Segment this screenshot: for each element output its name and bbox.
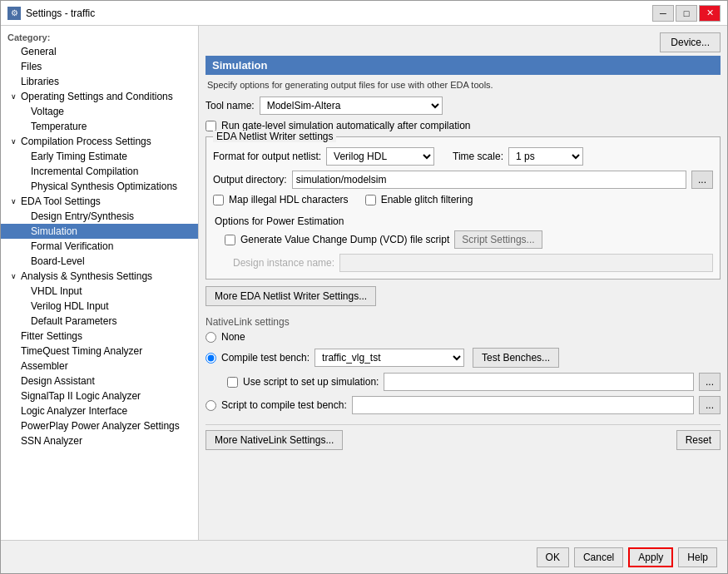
run-gate-level-label: Run gate-level simulation automatically … bbox=[221, 120, 470, 131]
map-illegal-label: Map illegal HDL characters bbox=[229, 194, 349, 205]
tree-label-powerplay: PowerPlay Power Analyzer Settings bbox=[21, 420, 180, 432]
expand-icon-eda-tool: ∨ bbox=[11, 197, 19, 205]
nativelink-section: NativeLink settings None Compile test be… bbox=[206, 316, 721, 419]
script-settings-button[interactable]: Script Settings... bbox=[454, 230, 542, 249]
use-script-row: Use script to set up simulation: ... bbox=[227, 373, 721, 391]
test-benches-button[interactable]: Test Benches... bbox=[473, 348, 559, 368]
tree-item-design-assistant[interactable]: Design Assistant bbox=[1, 374, 198, 388]
tree-label-board-level: Board-Level bbox=[31, 255, 85, 267]
tree-item-signaltap[interactable]: SignalTap II Logic Analyzer bbox=[1, 388, 198, 403]
section-header: Simulation bbox=[206, 56, 721, 75]
use-script-input[interactable] bbox=[384, 373, 694, 391]
script-compile-input[interactable] bbox=[352, 396, 694, 414]
tree-label-eda-tool: EDA Tool Settings bbox=[21, 195, 101, 207]
tree-label-operating: Operating Settings and Conditions bbox=[21, 91, 173, 102]
expand-icon-analysis-synth: ∨ bbox=[11, 272, 19, 280]
more-eda-row: More EDA Netlist Writer Settings... bbox=[206, 286, 721, 306]
tree-item-compilation[interactable]: ∨ Compilation Process Settings bbox=[1, 134, 198, 149]
script-compile-radio[interactable] bbox=[206, 400, 216, 411]
tree-item-analysis-synth[interactable]: ∨ Analysis & Synthesis Settings bbox=[1, 269, 198, 284]
device-button[interactable]: Device... bbox=[660, 32, 721, 52]
tree-item-board-level[interactable]: Board-Level bbox=[1, 254, 198, 269]
none-radio-row: None bbox=[206, 331, 721, 343]
map-illegal-checkbox[interactable] bbox=[213, 195, 224, 205]
more-nativelink-button[interactable]: More NativeLink Settings... bbox=[206, 430, 343, 450]
reset-button[interactable]: Reset bbox=[676, 430, 721, 450]
tree-label-physical-synth: Physical Synthesis Optimizations bbox=[31, 181, 177, 192]
script-compile-browse-button[interactable]: ... bbox=[699, 396, 721, 414]
more-eda-button[interactable]: More EDA Netlist Writer Settings... bbox=[206, 286, 376, 306]
tree-item-default-params[interactable]: Default Parameters bbox=[1, 314, 198, 329]
help-button[interactable]: Help bbox=[678, 547, 717, 567]
tree-item-assembler[interactable]: Assembler bbox=[1, 359, 198, 374]
tree-item-verilog-hdl[interactable]: Verilog HDL Input bbox=[1, 299, 198, 314]
cancel-button[interactable]: Cancel bbox=[574, 547, 623, 567]
output-dir-label: Output directory: bbox=[213, 174, 287, 186]
tree-item-powerplay[interactable]: PowerPlay Power Analyzer Settings bbox=[1, 418, 198, 433]
tree-label-design-entry: Design Entry/Synthesis bbox=[31, 210, 134, 222]
eda-netlist-group: EDA Netlist Writer settings Format for o… bbox=[206, 136, 721, 280]
nativelink-title: NativeLink settings bbox=[206, 316, 721, 328]
title-bar-left: ⚙ Settings - traffic bbox=[7, 7, 95, 20]
tree-item-vhdl-input[interactable]: VHDL Input bbox=[1, 284, 198, 299]
tree-item-formal-verif[interactable]: Formal Verification bbox=[1, 239, 198, 254]
checkboxes-row: Map illegal HDL characters Enable glitch… bbox=[213, 194, 713, 210]
tree-item-incremental[interactable]: Incremental Compilation bbox=[1, 164, 198, 179]
none-radio-label: None bbox=[221, 331, 245, 343]
tool-name-label: Tool name: bbox=[206, 100, 255, 111]
content-area: Category: General Files Libraries ∨ Oper… bbox=[1, 26, 727, 540]
output-dir-browse-button[interactable]: ... bbox=[691, 171, 713, 189]
tree-item-simulation[interactable]: Simulation bbox=[1, 224, 198, 239]
tree-item-timequest[interactable]: TimeQuest Timing Analyzer bbox=[1, 344, 198, 359]
tree-item-general[interactable]: General bbox=[1, 44, 198, 59]
tree-item-ssn[interactable]: SSN Analyzer bbox=[1, 433, 198, 448]
generate-vcd-checkbox[interactable] bbox=[225, 235, 235, 245]
use-script-browse-button[interactable]: ... bbox=[699, 373, 721, 391]
run-gate-level-checkbox[interactable] bbox=[206, 121, 216, 131]
category-label: Category: bbox=[1, 29, 198, 44]
tree-label-general: General bbox=[21, 46, 57, 57]
output-dir-input[interactable] bbox=[292, 171, 686, 189]
design-instance-input bbox=[339, 254, 713, 272]
tree-item-temperature[interactable]: Temperature bbox=[1, 119, 198, 134]
compile-bench-radio[interactable] bbox=[206, 353, 216, 364]
tree-label-vhdl-input: VHDL Input bbox=[31, 285, 82, 297]
tree-label-libraries: Libraries bbox=[21, 76, 59, 87]
compile-bench-select[interactable]: traffic_vlg_tst bbox=[314, 349, 464, 367]
tree-item-operating[interactable]: ∨ Operating Settings and Conditions bbox=[1, 89, 198, 104]
tool-name-row: Tool name: ModelSim-Altera bbox=[206, 96, 721, 115]
script-compile-label: Script to compile test bench: bbox=[221, 399, 347, 411]
none-radio[interactable] bbox=[206, 332, 216, 343]
tree-item-design-entry[interactable]: Design Entry/Synthesis bbox=[1, 209, 198, 224]
tree-label-assembler: Assembler bbox=[21, 360, 68, 372]
ok-button[interactable]: OK bbox=[537, 547, 569, 567]
tree-item-physical-synth[interactable]: Physical Synthesis Optimizations bbox=[1, 179, 198, 194]
tree-label-signaltap: SignalTap II Logic Analyzer bbox=[21, 390, 141, 402]
minimize-button[interactable]: ─ bbox=[652, 5, 674, 22]
format-select[interactable]: Verilog HDL bbox=[326, 147, 434, 166]
settings-window: ⚙ Settings - traffic ─ □ ✕ Category: Gen… bbox=[0, 0, 728, 574]
tree-item-fitter[interactable]: Fitter Settings bbox=[1, 329, 198, 344]
enable-glitch-checkbox[interactable] bbox=[365, 195, 376, 205]
script-compile-row: Script to compile test bench: ... bbox=[206, 396, 721, 414]
app-icon: ⚙ bbox=[7, 7, 21, 20]
tree-item-eda-tool[interactable]: ∨ EDA Tool Settings bbox=[1, 194, 198, 209]
design-instance-row: Design instance name: bbox=[233, 254, 713, 272]
tree-item-logic-analyzer[interactable]: Logic Analyzer Interface bbox=[1, 403, 198, 418]
tool-name-select[interactable]: ModelSim-Altera bbox=[260, 96, 443, 115]
maximize-button[interactable]: □ bbox=[676, 5, 697, 22]
tree-item-files[interactable]: Files bbox=[1, 59, 198, 74]
device-btn-area: Device... bbox=[206, 32, 721, 52]
close-button[interactable]: ✕ bbox=[699, 5, 721, 22]
apply-button[interactable]: Apply bbox=[628, 547, 673, 567]
divider bbox=[206, 424, 721, 425]
tree-item-voltage[interactable]: Voltage bbox=[1, 104, 198, 119]
tree-item-libraries[interactable]: Libraries bbox=[1, 74, 198, 89]
use-script-checkbox[interactable] bbox=[227, 377, 238, 388]
generate-vcd-row: Generate Value Change Dump (VCD) file sc… bbox=[225, 230, 713, 249]
tree-item-early-timing[interactable]: Early Timing Estimate bbox=[1, 149, 198, 164]
timescale-select[interactable]: 1 ps bbox=[508, 147, 583, 166]
tree-label-files: Files bbox=[21, 61, 42, 72]
left-panel: Category: General Files Libraries ∨ Oper… bbox=[1, 26, 199, 540]
format-row: Format for output netlist: Verilog HDL T… bbox=[213, 147, 713, 166]
